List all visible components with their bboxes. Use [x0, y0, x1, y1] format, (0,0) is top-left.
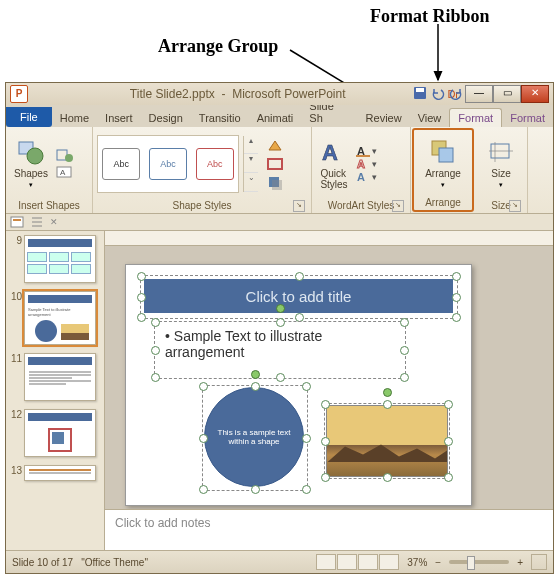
- svg-text:A: A: [60, 168, 66, 177]
- sorter-view-button[interactable]: [337, 554, 357, 570]
- body-placeholder[interactable]: Sample Text to illustrate arrangement: [154, 321, 406, 379]
- view-buttons: [316, 554, 399, 570]
- svg-rect-22: [13, 219, 21, 221]
- qat-redo-icon[interactable]: [449, 86, 463, 100]
- tab-insert[interactable]: Insert: [97, 109, 141, 127]
- status-slide-count: Slide 10 of 17: [12, 557, 73, 568]
- text-outline-icon: A: [356, 158, 370, 170]
- titlebar: P Title Slide2.pptx - Microsoft PowerPoi…: [6, 83, 553, 105]
- fit-to-window-button[interactable]: [531, 554, 547, 570]
- text-effects-button[interactable]: A▾: [356, 171, 377, 183]
- thumb-slide-11[interactable]: [24, 353, 96, 401]
- title-selection: [140, 275, 458, 319]
- tab-review[interactable]: Review: [358, 109, 410, 127]
- svg-text:A: A: [357, 158, 365, 170]
- thumb-slide-12[interactable]: [24, 409, 96, 457]
- powerpoint-icon: P: [10, 85, 28, 103]
- outline-tab-icon[interactable]: [30, 215, 44, 229]
- shapes-icon: [17, 138, 45, 166]
- size-launcher[interactable]: ↘: [509, 200, 521, 212]
- qat-undo-icon[interactable]: [431, 86, 445, 100]
- shape-style-gallery[interactable]: Abc Abc Abc: [97, 135, 239, 193]
- group-shape-styles: Abc Abc Abc ▴▾⌄ Shape Styles↘: [93, 127, 312, 213]
- slide-edit-area: Click to add title Sample Text to illust…: [105, 231, 553, 550]
- thumb-number: 9: [8, 235, 22, 246]
- slides-tab-icon[interactable]: [10, 215, 24, 229]
- shape-effects-icon[interactable]: [266, 174, 284, 190]
- tab-design[interactable]: Design: [141, 109, 191, 127]
- statusbar: Slide 10 of 17 "Office Theme" 37% − +: [6, 550, 553, 573]
- tab-transitions[interactable]: Transitio: [191, 109, 249, 127]
- group-insert-shapes: Shapes ▾ A Insert Shapes: [6, 127, 93, 213]
- tab-view[interactable]: View: [410, 109, 450, 127]
- svg-point-7: [65, 154, 73, 162]
- quick-styles-button[interactable]: A Quick Styles: [316, 136, 352, 192]
- tab-format-drawing[interactable]: Format: [449, 108, 502, 127]
- group-label-arrange: Arrange: [418, 195, 468, 210]
- thumb-number: 10: [8, 291, 22, 302]
- group-size: Size ▾ Size↘: [475, 127, 528, 213]
- tab-file[interactable]: File: [6, 107, 52, 127]
- svg-text:A: A: [322, 140, 338, 165]
- wordart-launcher[interactable]: ↘: [392, 200, 404, 212]
- group-arrange: Arrange ▾ Arrange: [412, 128, 474, 212]
- shape-fill-icon[interactable]: [266, 138, 284, 154]
- zoom-in-button[interactable]: +: [517, 557, 523, 568]
- window-controls: — ▭ ✕: [465, 85, 549, 103]
- notes-pane[interactable]: Click to add notes: [105, 509, 553, 550]
- panel-close-icon[interactable]: ✕: [50, 217, 58, 227]
- annotation-arrows: [0, 0, 559, 85]
- svg-rect-21: [11, 217, 23, 227]
- ribbon: Shapes ▾ A Insert Shapes Abc Abc Abc ▴▾⌄: [6, 127, 553, 214]
- size-button[interactable]: Size ▾: [483, 136, 519, 191]
- text-box-icon[interactable]: A: [56, 165, 74, 179]
- svg-point-5: [27, 148, 43, 164]
- svg-rect-19: [439, 148, 453, 162]
- thumb-number: 13: [8, 465, 22, 476]
- thumb-slide-13[interactable]: [24, 465, 96, 481]
- text-fill-icon: A: [356, 145, 370, 157]
- thumb-slide-10[interactable]: Sample Text to illustrate arrangement: [24, 291, 96, 345]
- qat-save-icon[interactable]: [413, 86, 427, 100]
- text-fill-button[interactable]: A▾: [356, 145, 377, 157]
- group-label-shape-styles: Shape Styles↘: [97, 198, 307, 213]
- normal-view-button[interactable]: [316, 554, 336, 570]
- tab-format-picture[interactable]: Format: [502, 109, 553, 127]
- arrange-button[interactable]: Arrange ▾: [421, 136, 465, 191]
- outline-thumb-tabs: ✕: [6, 214, 553, 231]
- svg-text:A: A: [357, 171, 365, 183]
- shape-style-2[interactable]: Abc: [149, 148, 187, 180]
- group-label-insert-shapes: Insert Shapes: [10, 198, 88, 213]
- thumb-slide-9[interactable]: [24, 235, 96, 283]
- size-icon: [487, 138, 515, 166]
- slideshow-view-button[interactable]: [379, 554, 399, 570]
- shape-outline-icon[interactable]: [266, 156, 284, 172]
- status-theme: "Office Theme": [81, 557, 148, 568]
- body-text: Sample Text to illustrate arrangement: [155, 322, 405, 366]
- slide-canvas[interactable]: Click to add title Sample Text to illust…: [125, 264, 472, 506]
- svg-rect-3: [416, 88, 424, 92]
- shape-styles-launcher[interactable]: ↘: [293, 200, 305, 212]
- tab-animations[interactable]: Animati: [249, 109, 302, 127]
- tab-home[interactable]: Home: [52, 109, 97, 127]
- workspace: 9 10 Sample Text to: [6, 231, 553, 550]
- shape-style-1[interactable]: Abc: [102, 148, 140, 180]
- edit-shape-icon[interactable]: [56, 149, 74, 163]
- text-outline-button[interactable]: A▾: [356, 158, 377, 170]
- slide-thumbnails-panel: 9 10 Sample Text to: [6, 231, 105, 550]
- gallery-scroll[interactable]: ▴▾⌄: [243, 136, 258, 192]
- shape-style-3[interactable]: Abc: [196, 148, 234, 180]
- zoom-slider[interactable]: [449, 560, 509, 564]
- reading-view-button[interactable]: [358, 554, 378, 570]
- close-button[interactable]: ✕: [521, 85, 549, 103]
- zoom-level[interactable]: 37%: [407, 557, 427, 568]
- minimize-button[interactable]: —: [465, 85, 493, 103]
- shapes-button[interactable]: Shapes ▾: [10, 136, 52, 191]
- svg-line-1: [290, 50, 415, 85]
- quick-styles-icon: A: [320, 138, 348, 166]
- circle-selection: [202, 385, 308, 491]
- svg-rect-15: [356, 155, 370, 157]
- zoom-out-button[interactable]: −: [435, 557, 441, 568]
- maximize-button[interactable]: ▭: [493, 85, 521, 103]
- svg-rect-12: [272, 180, 282, 190]
